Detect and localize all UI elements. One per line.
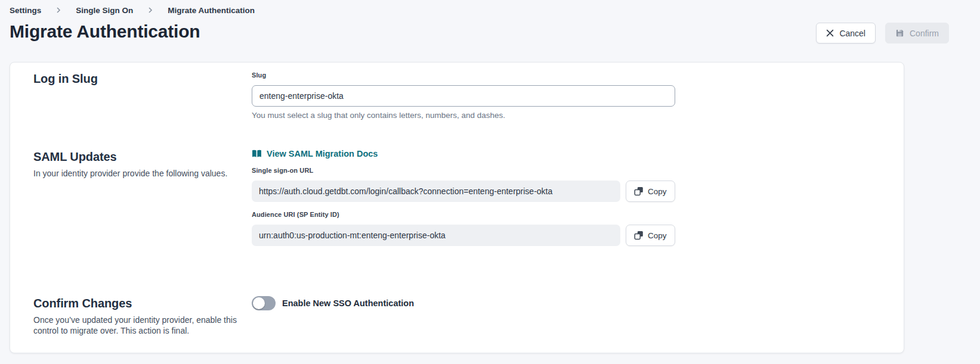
cancel-button[interactable]: Cancel [816,23,876,43]
section-saml-updates-right: View SAML Migration Docs Single sign-on … [252,149,675,254]
section-login-slug-right: Slug You must select a slug that only co… [252,71,675,120]
migrate-authentication-card: Log in Slug Slug You must select a slug … [10,62,904,353]
audience-uri-value: urn:auth0:us-production-mt:enteng-enterp… [252,225,620,246]
chevron-right-icon [55,7,62,14]
saml-updates-heading: SAML Updates [33,149,252,164]
book-icon [252,150,262,158]
confirm-button[interactable]: Confirm [885,23,949,43]
audience-uri-label: Audience URI (SP Entity ID) [252,210,675,219]
slug-label: Slug [252,71,675,80]
section-confirm-changes: Confirm Changes Once you’ve updated your… [33,295,904,336]
copy-icon [634,186,644,196]
sso-url-label: Single sign-on URL [252,166,675,175]
close-icon [826,29,834,37]
confirm-changes-heading: Confirm Changes [33,295,252,311]
slug-helper-text: You must select a slug that only contain… [252,110,675,120]
copy-audience-uri-button[interactable]: Copy [626,225,675,246]
section-confirm-changes-right: Enable New SSO Authentication [252,295,675,310]
copy-audience-uri-label: Copy [648,231,667,240]
section-login-slug: Log in Slug Slug You must select a slug … [33,71,904,120]
breadcrumb-single-sign-on[interactable]: Single Sign On [76,6,133,15]
section-saml-updates-left: SAML Updates In your identity provider p… [33,149,252,179]
section-saml-updates: SAML Updates In your identity provider p… [33,149,904,254]
confirm-changes-description: Once you’ve updated your identity provid… [33,315,243,336]
audience-uri-field-row: urn:auth0:us-production-mt:enteng-enterp… [252,225,675,246]
page-header: Migrate Authentication Cancel Confirm [0,15,980,43]
section-confirm-changes-left: Confirm Changes Once you’ve updated your… [33,295,252,336]
enable-sso-toggle-label: Enable New SSO Authentication [282,298,414,308]
copy-sso-url-label: Copy [648,187,667,196]
page: Settings Single Sign On Migrate Authenti… [0,0,980,353]
saml-updates-subtitle: In your identity provider provide the fo… [33,168,243,179]
section-login-slug-left: Log in Slug [33,71,252,86]
chevron-right-icon [147,7,154,14]
sso-url-field-row: https://auth.cloud.getdbt.com/login/call… [252,181,675,202]
page-title: Migrate Authentication [10,20,200,43]
enable-sso-toggle[interactable] [252,296,276,310]
view-saml-migration-docs-link[interactable]: View SAML Migration Docs [252,149,378,158]
copy-sso-url-button[interactable]: Copy [626,181,675,202]
copy-icon [634,231,644,240]
header-actions: Cancel Confirm [816,19,949,43]
toggle-knob [253,297,265,309]
breadcrumb-current: Migrate Authentication [168,6,255,15]
cancel-button-label: Cancel [839,29,865,38]
breadcrumb-settings[interactable]: Settings [10,6,41,15]
slug-input[interactable] [252,85,675,107]
view-saml-migration-docs-label: View SAML Migration Docs [267,149,378,158]
save-icon [895,29,904,38]
login-slug-heading: Log in Slug [33,71,252,86]
breadcrumb: Settings Single Sign On Migrate Authenti… [0,0,980,15]
confirm-button-label: Confirm [910,29,939,38]
sso-url-value: https://auth.cloud.getdbt.com/login/call… [252,181,620,202]
